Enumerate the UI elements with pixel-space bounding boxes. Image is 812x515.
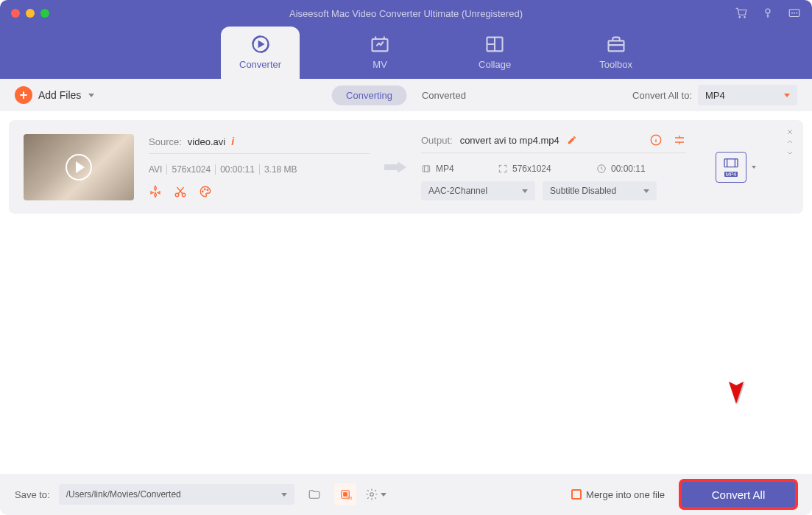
toolbar: + Add Files Converting Converted Convert… xyxy=(0,79,812,111)
plus-icon: + xyxy=(15,86,32,104)
move-down-icon[interactable] xyxy=(785,148,794,157)
output-resolution: 576x1024 xyxy=(512,164,551,174)
output-label: Output: xyxy=(421,135,453,146)
file-item: Source: video.avi i AVI 576x1024 00:00:1… xyxy=(9,120,803,214)
minimize-window[interactable] xyxy=(26,9,35,18)
play-icon xyxy=(66,154,92,181)
cut-icon[interactable] xyxy=(174,185,187,198)
tab-converter[interactable]: Converter xyxy=(221,27,300,79)
svg-text:ON: ON xyxy=(347,497,352,500)
cart-icon[interactable] xyxy=(735,7,748,20)
svg-point-21 xyxy=(370,493,374,497)
file-list: Source: video.avi i AVI 576x1024 00:00:1… xyxy=(0,111,812,474)
video-thumbnail[interactable] xyxy=(24,134,134,200)
svg-rect-19 xyxy=(343,493,347,497)
maximize-window[interactable] xyxy=(40,9,49,18)
convert-all-format-select[interactable]: MP4 xyxy=(698,85,797,105)
svg-point-0 xyxy=(766,9,770,13)
move-up-icon[interactable] xyxy=(785,138,794,147)
palette-icon[interactable] xyxy=(199,185,212,198)
arrow-icon xyxy=(384,160,406,175)
tab-collage[interactable]: Collage xyxy=(460,27,529,79)
source-filename: video.avi xyxy=(188,136,225,147)
open-folder-button[interactable] xyxy=(303,483,325,505)
save-path-select[interactable]: /Users/link/Movies/Converted xyxy=(59,484,294,505)
output-duration: 00:00:11 xyxy=(611,164,646,174)
window-controls xyxy=(11,9,49,18)
gpu-accel-button[interactable]: ON xyxy=(334,483,356,505)
edit-icon[interactable] xyxy=(567,135,577,145)
compress-icon[interactable] xyxy=(149,185,162,198)
footer: Save to: /Users/link/Movies/Converted ON… xyxy=(0,474,812,515)
output-filename: convert avi to mp4.mp4 xyxy=(460,135,559,146)
svg-point-2 xyxy=(792,13,793,13)
info-icon[interactable]: i xyxy=(231,136,234,147)
tab-converted[interactable]: Converted xyxy=(407,85,481,105)
main-nav: Converter MV Collage Toolbox xyxy=(0,27,812,79)
titlebar: Aiseesoft Mac Video Converter Ultimate (… xyxy=(0,0,812,27)
svg-point-3 xyxy=(794,13,795,13)
window-title: Aiseesoft Mac Video Converter Ultimate (… xyxy=(289,8,523,19)
output-format: MP4 xyxy=(436,164,454,174)
convert-all-label: Convert All to: xyxy=(632,90,692,101)
convert-all-button[interactable]: Convert All xyxy=(679,480,797,509)
remove-item-icon[interactable] xyxy=(785,127,794,136)
annotation-arrow xyxy=(723,341,749,407)
checkbox-icon xyxy=(571,489,582,500)
tab-mv[interactable]: MV xyxy=(351,27,409,79)
chat-icon[interactable] xyxy=(788,7,801,20)
tab-toolbox[interactable]: Toolbox xyxy=(581,27,651,79)
audio-select[interactable]: AAC-2Channel xyxy=(421,181,535,200)
svg-rect-8 xyxy=(608,41,624,51)
key-icon[interactable] xyxy=(761,7,774,20)
expand-icon xyxy=(498,164,508,174)
split-icon[interactable] xyxy=(673,133,686,147)
add-files-button[interactable]: + Add Files xyxy=(15,86,81,104)
svg-point-11 xyxy=(202,191,204,192)
output-format-picker[interactable]: MP4 xyxy=(716,152,746,183)
subtitle-select[interactable]: Subtitle Disabled xyxy=(543,181,657,200)
source-label: Source: xyxy=(149,136,182,147)
merge-checkbox[interactable]: Merge into one file xyxy=(571,489,665,500)
svg-rect-15 xyxy=(423,166,429,172)
save-to-label: Save to: xyxy=(15,489,50,500)
add-files-dropdown[interactable] xyxy=(88,94,94,97)
film-icon xyxy=(421,164,431,174)
source-metadata: AVI 576x1024 00:00:11 3.18 MB xyxy=(149,164,370,175)
svg-rect-17 xyxy=(724,158,738,167)
settings-button[interactable] xyxy=(365,483,387,505)
clock-icon xyxy=(596,164,607,174)
svg-point-4 xyxy=(797,13,797,13)
close-window[interactable] xyxy=(11,9,20,18)
svg-point-13 xyxy=(207,189,208,191)
svg-point-12 xyxy=(205,189,206,190)
tab-converting[interactable]: Converting xyxy=(331,85,407,105)
info-circle-icon[interactable] xyxy=(649,133,663,147)
